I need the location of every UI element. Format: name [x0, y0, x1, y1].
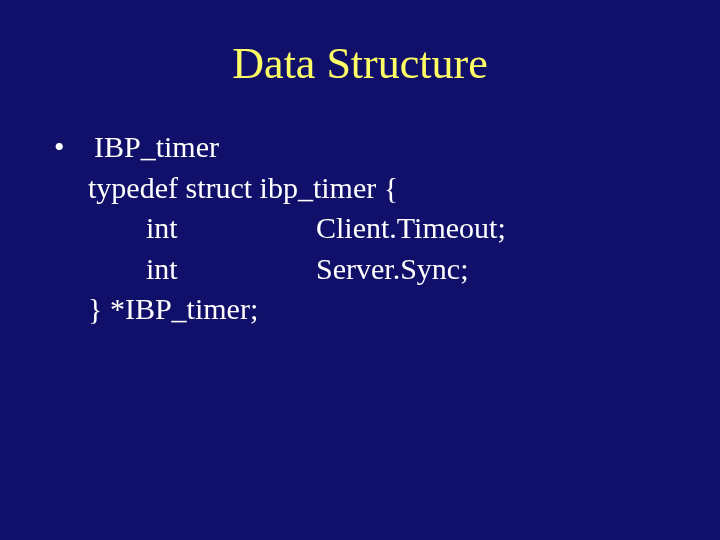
code-field-1: int Client.Timeout;: [48, 208, 672, 249]
code-field-2: int Server.Sync;: [48, 249, 672, 290]
code-field-1-type: int: [146, 208, 316, 249]
code-line-end: } *IBP_timer;: [48, 289, 672, 330]
slide-body: • IBP_timer typedef struct ibp_timer { i…: [48, 127, 672, 330]
code-field-2-name: Server.Sync;: [316, 249, 672, 290]
code-field-1-name: Client.Timeout;: [316, 208, 672, 249]
code-field-2-type: int: [146, 249, 316, 290]
bullet-item: • IBP_timer: [48, 127, 672, 168]
slide-title: Data Structure: [48, 38, 672, 89]
code-line-typedef: typedef struct ibp_timer {: [48, 168, 672, 209]
slide: Data Structure • IBP_timer typedef struc…: [0, 0, 720, 540]
bullet-icon: •: [48, 127, 94, 168]
bullet-label: IBP_timer: [94, 127, 672, 168]
